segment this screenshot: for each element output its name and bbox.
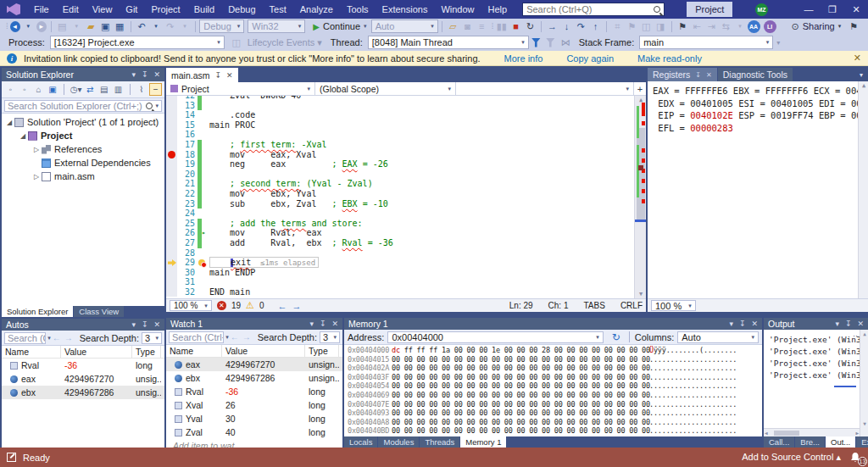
search-next-icon[interactable]: → xyxy=(242,332,251,342)
se-back-icon[interactable]: ◦ xyxy=(4,83,17,96)
search-prev-icon[interactable]: ← xyxy=(53,333,61,342)
output-content[interactable]: ‥ 'Project.exe' (Win32):'Project.exe' (W… xyxy=(764,330,868,436)
breakpoint-margin[interactable] xyxy=(166,228,177,238)
notifications-bell-icon[interactable]: 13 xyxy=(849,452,861,464)
maximize-button[interactable]: ❐ xyxy=(821,0,844,19)
toolbar-grip[interactable]: ⁞ xyxy=(6,22,7,31)
add-item-row[interactable]: Add item to wat... xyxy=(166,439,342,448)
snapshot-icon[interactable]: ◙ xyxy=(461,20,474,33)
send-feedback-icon[interactable]: ⚑ xyxy=(849,21,858,32)
step-over-icon[interactable]: ↷ xyxy=(575,20,587,33)
editor-zoom-dropdown[interactable]: 100 %▾ xyxy=(170,300,212,311)
tree-node-main-asm[interactable]: ▷main.asm xyxy=(2,170,164,183)
autos-search-input[interactable]: Search (Ctrl- xyxy=(4,332,46,344)
navigate-forward-button[interactable]: ▸ xyxy=(36,21,47,32)
tab-out-[interactable]: Out... xyxy=(826,436,855,448)
code-text[interactable]: main PROC xyxy=(209,120,255,131)
notification-close-icon[interactable]: ✕ xyxy=(854,53,861,64)
navigate-back-dropdown[interactable]: ▾ xyxy=(22,20,35,33)
stack-frame-dropdown[interactable]: main▾ xyxy=(639,36,773,49)
memory-row[interactable]: 0x0040403F00 00 00 00 00 00 00 00 00 00 … xyxy=(344,373,762,382)
menu-edit[interactable]: Edit xyxy=(56,0,86,19)
breakpoint-margin[interactable] xyxy=(166,238,177,248)
variable-row[interactable]: ebx4294967286unsign... xyxy=(166,371,342,385)
watch-title[interactable]: Watch 1 ▾↧✕ xyxy=(166,318,342,330)
menu-file[interactable]: File xyxy=(27,0,56,19)
hex-display-icon[interactable]: ⌗ xyxy=(611,20,624,33)
pin-icon[interactable]: ↧ xyxy=(845,320,852,328)
scope-dropdown[interactable]: (Global Scope)▾ xyxy=(315,82,456,95)
step-out-icon[interactable]: ↑ xyxy=(589,20,602,33)
breakpoint-margin[interactable] xyxy=(166,189,177,199)
columns-dropdown[interactable]: Auto▾ xyxy=(677,331,759,343)
code-text[interactable]: .code xyxy=(209,110,255,120)
restart-icon[interactable]: ↻ xyxy=(524,20,537,33)
collaborator-avatar-1[interactable]: AA xyxy=(748,20,760,33)
expander-icon[interactable]: ▷ xyxy=(32,173,41,181)
code-text[interactable]: mov Rval, eax xyxy=(209,228,321,238)
window-position-icon[interactable]: ▾ xyxy=(131,70,136,79)
menu-help[interactable]: Help xyxy=(481,0,515,19)
next-bookmark-icon[interactable]: ⇥ xyxy=(705,20,718,33)
user-avatar[interactable]: MZ xyxy=(755,3,768,16)
close-panel-icon[interactable]: ✕ xyxy=(857,320,864,328)
code-text[interactable]: Zval DWORD 40 xyxy=(209,96,301,101)
expander-icon[interactable]: ▷ xyxy=(32,146,41,153)
refresh-icon[interactable]: ▤ xyxy=(98,83,111,96)
register-row[interactable]: EFL = 00000283 xyxy=(653,123,866,136)
output-overflow-icon[interactable]: ‥ xyxy=(853,330,858,338)
close-panel-icon[interactable]: ✕ xyxy=(153,70,160,79)
window-position-icon[interactable]: ▾ xyxy=(309,320,314,328)
expander-icon[interactable]: ◢ xyxy=(5,119,14,126)
memory-title[interactable]: Memory 1 ▾↧✕ xyxy=(344,318,762,330)
breakpoint-icon[interactable] xyxy=(168,151,175,158)
variable-row[interactable]: Rval-36long xyxy=(2,359,164,372)
thread-dropdown[interactable]: [8048] Main Thread▾ xyxy=(368,36,529,49)
breakpoint-margin[interactable] xyxy=(166,140,177,150)
tab-diagnostic-tools[interactable]: Diagnostic Tools xyxy=(718,68,793,81)
column-header-type[interactable]: Type xyxy=(132,346,161,359)
solution-search-input[interactable]: Search Solution Explorer (Ctrl+;)▾ xyxy=(4,100,162,112)
menu-project[interactable]: Project xyxy=(144,0,186,19)
breakpoint-margin[interactable] xyxy=(166,101,177,111)
collapse-all-icon[interactable]: ▥ xyxy=(112,83,125,96)
parallel-stacks-icon[interactable]: ◨ xyxy=(654,20,667,33)
tab-bre-[interactable]: Bre... xyxy=(795,436,825,448)
more-info-link[interactable]: More info xyxy=(504,53,543,64)
prev-bookmark-icon[interactable]: ⇤ xyxy=(691,20,704,33)
redo-icon[interactable]: ↷ xyxy=(164,20,176,33)
debug-target-dropdown[interactable]: Auto▾ xyxy=(371,19,438,33)
code-text[interactable]: ; second term: (Yval - Zval) xyxy=(209,179,373,189)
breakpoint-margin[interactable] xyxy=(166,219,177,229)
memory-row[interactable]: 0x0040401500 00 00 00 00 00 00 00 00 00 … xyxy=(344,355,762,364)
variable-row[interactable]: eax4294967270unsig... xyxy=(2,372,164,386)
variable-row[interactable]: ebx4294967286unsig... xyxy=(2,386,164,399)
continue-button[interactable]: ▶Continue▾ xyxy=(309,19,370,33)
sharing-button[interactable]: Sharing xyxy=(803,21,835,31)
step-into-icon[interactable]: ↓ xyxy=(560,20,573,33)
panel-dropdown-icon[interactable]: ▾ xyxy=(860,68,868,81)
make-read-only-link[interactable]: Make read-only xyxy=(637,53,702,64)
tab-threads[interactable]: Threads xyxy=(420,436,459,448)
memory-row[interactable]: 0x004040BD00 00 00 00 00 00 00 00 00 00 … xyxy=(344,426,762,436)
memory-row[interactable]: 0x0040406900 00 00 00 00 00 00 00 00 00 … xyxy=(344,391,762,400)
close-button[interactable]: ✕ xyxy=(844,0,868,19)
bookmark-icon[interactable]: ⚑ xyxy=(676,20,689,33)
search-depth-dropdown[interactable]: 3▾ xyxy=(142,332,162,344)
column-header-name[interactable]: Name xyxy=(2,346,61,359)
code-text[interactable]: mov eax, Xval xyxy=(209,150,316,160)
undo-dropdown[interactable]: ▾ xyxy=(149,20,162,33)
memory-row[interactable]: 0x004040A800 00 00 00 00 00 00 00 00 00 … xyxy=(344,418,762,427)
add-to-source-control-button[interactable]: Add to Source Control ▴ xyxy=(742,452,841,463)
save-icon[interactable]: ▣ xyxy=(99,20,112,33)
se-forward-icon[interactable]: ◦ xyxy=(19,83,31,96)
stop-debugging-icon[interactable]: ■ xyxy=(509,20,522,33)
variable-row[interactable]: eax4294967270unsign... xyxy=(166,358,342,371)
undo-icon[interactable]: ↶ xyxy=(136,20,148,33)
show-next-statement-icon[interactable]: → xyxy=(546,20,559,33)
solution-configurations-dropdown[interactable]: Debug▾ xyxy=(199,19,244,33)
filter-threads-icon[interactable] xyxy=(531,38,541,47)
pin-icon[interactable]: ↧ xyxy=(695,71,701,79)
navigate-back-button[interactable]: ◂ xyxy=(10,21,20,32)
editor-scrollbar[interactable]: ▲ ▼ xyxy=(634,96,646,298)
